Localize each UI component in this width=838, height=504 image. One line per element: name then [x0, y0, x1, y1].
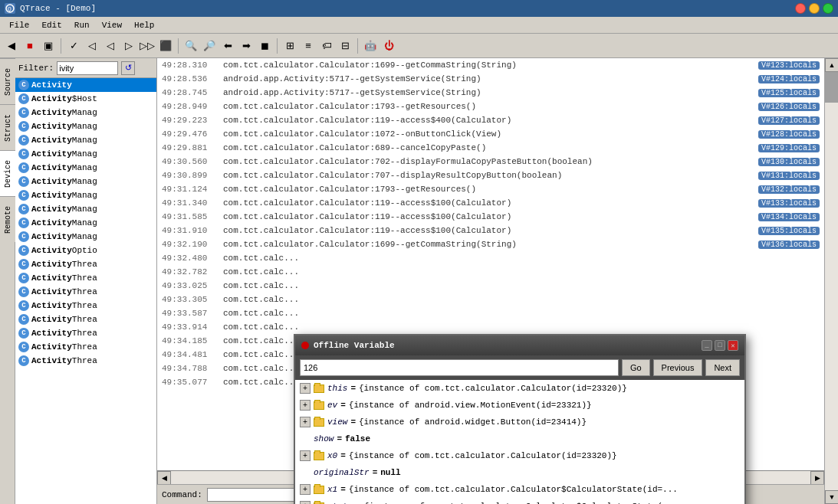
log-badge[interactable]: V#126:locals — [758, 103, 820, 111]
log-badge[interactable]: V#125:locals — [758, 89, 820, 97]
log-row[interactable]: 49:31.910com.tct.calculator.Calculator:1… — [157, 224, 824, 237]
toolbar-check[interactable]: ✓ — [65, 38, 82, 54]
log-badge[interactable]: V#134:locals — [758, 213, 820, 221]
log-badge[interactable]: V#123:locals — [758, 61, 820, 70]
toolbar-rewind[interactable]: ◁ — [84, 38, 100, 54]
list-item[interactable]: CActivityManag — [15, 161, 156, 175]
list-item[interactable]: CActivityThrea — [15, 257, 156, 271]
toolbar-right-arrow[interactable]: ➡ — [238, 38, 255, 54]
list-item[interactable]: CActivityThrea — [15, 285, 156, 299]
toolbar-search2[interactable]: 🔎 — [201, 38, 218, 54]
list-item[interactable]: CActivityManag — [15, 188, 156, 202]
list-item[interactable]: CActivityThrea — [15, 354, 156, 368]
menu-run[interactable]: Run — [68, 19, 96, 31]
modal-minimize-button[interactable]: _ — [702, 340, 712, 351]
toolbar-back[interactable]: ◀ — [3, 38, 20, 54]
list-item[interactable]: CActivityThrea — [15, 326, 156, 340]
log-badge[interactable]: V#133:locals — [758, 199, 820, 208]
list-item[interactable]: CActivityThrea — [15, 313, 156, 326]
filter-input[interactable] — [57, 61, 118, 75]
list-item[interactable]: CActivity$Host — [15, 92, 156, 106]
log-row[interactable]: 49:28.310com.tct.calculator.Calculator:1… — [157, 58, 824, 72]
toolbar-stop2[interactable]: ⬛ — [157, 38, 174, 54]
sidebar-tab-source[interactable]: Source — [0, 58, 15, 104]
list-item[interactable]: CActivityManag — [15, 106, 156, 119]
list-item[interactable]: CActivityManag — [15, 230, 156, 244]
log-row[interactable]: 49:33.587com.tct.calc... — [157, 306, 824, 320]
previous-button[interactable]: Previous — [653, 359, 703, 376]
toolbar-fwd[interactable]: ▷▷ — [139, 38, 156, 54]
toolbar-tag[interactable]: 🏷 — [318, 38, 335, 54]
expand-button[interactable]: + — [300, 450, 311, 461]
log-row[interactable]: 49:28.745android.app.Activity:5717--getS… — [157, 86, 824, 100]
log-badge[interactable]: V#129:locals — [758, 144, 820, 152]
list-item[interactable]: CActivityThrea — [15, 271, 156, 285]
log-row[interactable]: 49:28.536android.app.Activity:5717--getS… — [157, 72, 824, 86]
variable-row[interactable]: originalStr = null — [295, 464, 744, 481]
log-row[interactable]: 49:29.881com.tct.calculator.Calculator:6… — [157, 141, 824, 155]
variable-row[interactable]: +x1 = {instance of com.tct.calculator.Ca… — [295, 481, 744, 498]
toolbar-stop[interactable]: ■ — [21, 38, 38, 54]
scroll-up-button[interactable]: ▲ — [825, 58, 838, 72]
log-badge[interactable]: V#127:locals — [758, 116, 820, 125]
variable-row[interactable]: +x0 = {instance of com.tct.calculator.Ca… — [295, 447, 744, 464]
log-row[interactable]: 49:32.480com.tct.calc... — [157, 251, 824, 265]
scroll-right-button[interactable]: ▶ — [810, 471, 824, 485]
list-item[interactable]: CActivityManag — [15, 175, 156, 188]
maximize-button[interactable] — [823, 3, 833, 14]
log-badge[interactable]: V#135:locals — [758, 227, 820, 235]
variable-row[interactable]: +this = {instance of com.tct.calculator.… — [295, 380, 744, 397]
modal-maximize-button[interactable]: □ — [715, 340, 725, 351]
menu-help[interactable]: Help — [128, 19, 160, 31]
expand-button[interactable]: + — [300, 400, 311, 411]
log-row[interactable]: 49:31.340com.tct.calculator.Calculator:1… — [157, 196, 824, 210]
toolbar-next[interactable]: ▷ — [120, 38, 137, 54]
expand-button[interactable]: + — [300, 417, 311, 427]
expand-button[interactable]: + — [300, 501, 311, 504]
go-button[interactable]: Go — [622, 359, 650, 376]
toolbar-document[interactable]: ▣ — [40, 38, 57, 54]
toolbar-search[interactable]: 🔍 — [182, 38, 199, 54]
log-badge[interactable]: V#124:locals — [758, 75, 820, 83]
list-item[interactable]: CActivityThrea — [15, 299, 156, 313]
expand-button[interactable]: + — [300, 484, 311, 495]
toolbar-power[interactable]: ⏻ — [380, 38, 397, 54]
scroll-thumb[interactable] — [825, 72, 838, 103]
log-badge[interactable]: V#131:locals — [758, 172, 820, 180]
list-item[interactable]: CActivityThrea — [15, 340, 156, 354]
log-row[interactable]: 49:33.025com.tct.calc... — [157, 279, 824, 293]
variable-row[interactable]: +view = {instance of android.widget.Butt… — [295, 414, 744, 430]
scroll-left-button[interactable]: ◀ — [157, 471, 171, 485]
modal-close-button[interactable]: ✕ — [728, 340, 738, 351]
list-item[interactable]: CActivityManag — [15, 119, 156, 133]
list-item[interactable]: CActivityManag — [15, 133, 156, 147]
log-row[interactable]: 49:31.124com.tct.calculator.Calculator:1… — [157, 182, 824, 196]
variable-row[interactable]: show = false — [295, 430, 744, 447]
toolbar-android[interactable]: 🤖 — [362, 38, 379, 54]
log-row[interactable]: 49:29.223com.tct.calculator.Calculator:1… — [157, 113, 824, 127]
toolbar-prev[interactable]: ◁ — [102, 38, 119, 54]
scroll-down-button[interactable]: ▼ — [825, 490, 838, 504]
scroll-track[interactable] — [825, 72, 838, 490]
log-row[interactable]: 49:32.782com.tct.calc... — [157, 265, 824, 279]
log-row[interactable]: 49:31.585com.tct.calculator.Calculator:1… — [157, 210, 824, 224]
list-item[interactable]: CActivityManag — [15, 216, 156, 230]
log-badge[interactable]: V#136:locals — [758, 241, 820, 249]
log-row[interactable]: 49:28.949com.tct.calculator.Calculator:1… — [157, 100, 824, 113]
expand-button[interactable]: + — [300, 383, 311, 394]
log-row[interactable]: 49:30.560com.tct.calculator.Calculator:7… — [157, 155, 824, 169]
list-item[interactable]: CActivity — [15, 78, 156, 92]
list-item[interactable]: CActivityManag — [15, 202, 156, 216]
next-button[interactable]: Next — [705, 359, 740, 376]
log-badge[interactable]: V#128:locals — [758, 130, 820, 139]
toolbar-frame[interactable]: ⊟ — [337, 38, 353, 54]
variable-row[interactable]: +ev = {instance of android.view.MotionEv… — [295, 397, 744, 414]
variable-row[interactable]: +state = {instance of com.tct.calculator… — [295, 498, 744, 504]
log-row[interactable]: 49:29.476com.tct.calculator.Calculator:1… — [157, 127, 824, 141]
log-badge[interactable]: V#132:locals — [758, 185, 820, 194]
menu-file[interactable]: File — [3, 19, 35, 31]
log-row[interactable]: 49:33.305com.tct.calc... — [157, 293, 824, 306]
sidebar-tab-remote[interactable]: Remote — [0, 196, 15, 242]
close-button[interactable] — [795, 3, 806, 14]
minimize-button[interactable] — [809, 3, 820, 14]
